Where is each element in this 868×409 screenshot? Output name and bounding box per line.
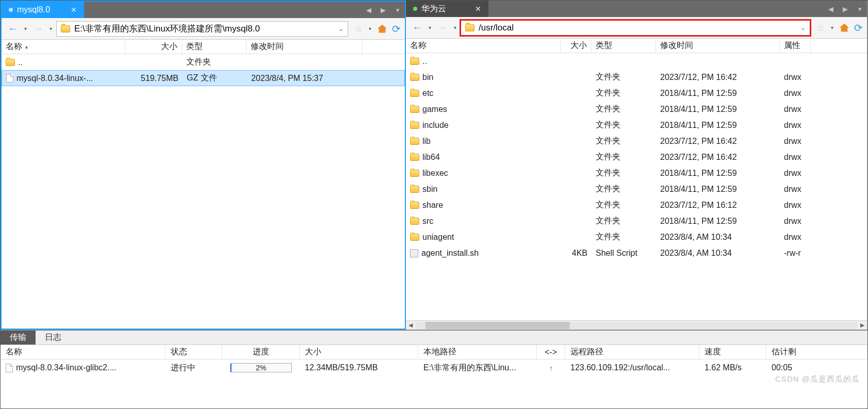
- item-modified: 2023/8/4, AM 10:34: [656, 249, 780, 258]
- remote-path-input[interactable]: [479, 23, 796, 33]
- tab-prev-icon[interactable]: ◀: [824, 5, 838, 13]
- item-name: agent_install.sh: [421, 249, 479, 258]
- back-button[interactable]: ←: [410, 22, 424, 34]
- local-tab[interactable]: mysql8.0 ✕: [2, 2, 84, 18]
- transfer-progress: 2%: [222, 363, 300, 372]
- reload-icon[interactable]: ⟳: [854, 22, 863, 34]
- col-size[interactable]: 大小: [125, 40, 182, 54]
- list-item[interactable]: lib文件夹2023/7/12, PM 16:42drwx: [406, 133, 867, 149]
- tcol-size[interactable]: 大小: [300, 345, 418, 359]
- local-tab-label: mysql8.0: [17, 5, 50, 14]
- col-modified[interactable]: 修改时间: [247, 40, 363, 54]
- list-item[interactable]: agent_install.sh4KBShell Script2023/8/4,…: [406, 245, 867, 261]
- tab-transfer[interactable]: 传输: [1, 331, 36, 345]
- list-item[interactable]: lib64文件夹2023/7/12, PM 16:42drwx: [406, 149, 867, 165]
- transfer-name: mysql-8.0.34-linux-glibc2....: [1, 363, 166, 372]
- list-item[interactable]: include文件夹2018/4/11, PM 12:59drwx: [406, 117, 867, 133]
- upload-direction-icon: ↑: [537, 364, 565, 372]
- reload-icon[interactable]: ⟳: [392, 23, 401, 35]
- col-type[interactable]: 类型: [182, 40, 247, 54]
- tab-log[interactable]: 日志: [36, 331, 71, 345]
- col-size[interactable]: 大小: [561, 39, 592, 53]
- close-icon[interactable]: ✕: [71, 6, 77, 14]
- back-button[interactable]: ←: [6, 23, 20, 35]
- close-icon[interactable]: ✕: [475, 5, 481, 13]
- tcol-eta[interactable]: 估计剩: [766, 345, 867, 359]
- col-modified[interactable]: 修改时间: [656, 39, 780, 53]
- local-file-list[interactable]: ..文件夹mysql-8.0.34-linux-...519.75MBGZ 文件…: [2, 54, 405, 329]
- col-name[interactable]: 名称: [406, 39, 561, 53]
- back-menu-icon[interactable]: ▾: [23, 26, 28, 31]
- bookmark-menu-icon[interactable]: ▾: [368, 26, 372, 31]
- folder-icon: [410, 74, 419, 81]
- list-item[interactable]: games文件夹2018/4/11, PM 12:59drwx: [406, 101, 867, 117]
- bookmark-icon[interactable]: ☆: [816, 22, 825, 34]
- item-modified: 2018/4/11, PM 12:59: [656, 121, 780, 130]
- remote-tab[interactable]: 华为云 ✕: [406, 1, 488, 17]
- forward-menu-icon[interactable]: ▾: [48, 26, 53, 31]
- scroll-track[interactable]: [415, 322, 858, 329]
- home-icon[interactable]: [840, 24, 849, 32]
- tcol-progress[interactable]: 进度: [222, 345, 300, 359]
- item-type: Shell Script: [592, 249, 656, 258]
- local-path-input[interactable]: [74, 24, 334, 34]
- scroll-thumb[interactable]: [425, 322, 570, 329]
- col-attributes[interactable]: 属性: [780, 39, 811, 53]
- scroll-right-icon[interactable]: ▶: [858, 322, 867, 329]
- col-type[interactable]: 类型: [592, 39, 656, 53]
- home-icon[interactable]: [378, 25, 387, 33]
- tcol-speed[interactable]: 速度: [699, 345, 766, 359]
- list-item[interactable]: share文件夹2023/7/12, PM 16:12drwx: [406, 197, 867, 213]
- remote-path-box[interactable]: ⌄: [461, 20, 810, 36]
- tcol-remote[interactable]: 远程路径: [565, 345, 699, 359]
- remote-pane: 华为云 ✕ ◀ ▶ ▾ ←▾ →▾ ⌄ ☆▾ ⟳ 名称 大小 类型 修改时间 属…: [406, 1, 867, 330]
- list-item[interactable]: libexec文件夹2018/4/11, PM 12:59drwx: [406, 165, 867, 181]
- list-item[interactable]: bin文件夹2023/7/12, PM 16:42drwx: [406, 69, 867, 85]
- tab-menu-icon[interactable]: ▾: [853, 5, 867, 13]
- forward-menu-icon[interactable]: ▾: [453, 25, 457, 30]
- remote-file-list[interactable]: ..bin文件夹2023/7/12, PM 16:42drwxetc文件夹201…: [406, 53, 867, 320]
- item-name: games: [422, 105, 447, 114]
- transfer-size: 12.34MB/519.75MB: [300, 363, 418, 372]
- path-dropdown-icon[interactable]: ⌄: [338, 25, 343, 32]
- local-pane: mysql8.0 ✕ ◀ ▶ ▾ ←▾ →▾ ⌄ ☆▾ ⟳ 名称▲ 大小 类型 …: [1, 1, 406, 330]
- item-attr: drwx: [780, 201, 811, 210]
- back-menu-icon[interactable]: ▾: [428, 25, 432, 30]
- item-type: 文件夹: [592, 136, 656, 146]
- progress-bar: 2%: [230, 363, 292, 372]
- scroll-left-icon[interactable]: ◀: [406, 322, 415, 329]
- list-item[interactable]: ..: [406, 53, 867, 69]
- tcol-direction[interactable]: <->: [537, 345, 565, 359]
- list-item[interactable]: sbin文件夹2018/4/11, PM 12:59drwx: [406, 181, 867, 197]
- item-modified: 2023/7/12, PM 16:42: [656, 137, 780, 146]
- list-item[interactable]: src文件夹2018/4/11, PM 12:59drwx: [406, 213, 867, 229]
- item-type: 文件夹: [592, 88, 656, 99]
- item-type: 文件夹: [182, 57, 247, 68]
- col-name[interactable]: 名称▲: [2, 40, 125, 54]
- bookmark-icon[interactable]: ☆: [354, 23, 363, 35]
- folder-icon: [6, 59, 15, 66]
- tab-menu-icon[interactable]: ▾: [390, 6, 405, 14]
- tcol-local[interactable]: 本地路径: [418, 345, 537, 359]
- bookmark-menu-icon[interactable]: ▾: [830, 25, 834, 30]
- tcol-name[interactable]: 名称: [1, 345, 166, 359]
- list-item[interactable]: ..文件夹: [2, 54, 405, 70]
- local-path-box[interactable]: ⌄: [56, 21, 348, 37]
- folder-icon: [410, 170, 419, 177]
- horizontal-scrollbar[interactable]: ◀ ▶: [406, 320, 867, 330]
- tcol-status[interactable]: 状态: [166, 345, 222, 359]
- remote-tab-label: 华为云: [421, 4, 446, 14]
- tab-prev-icon[interactable]: ◀: [362, 6, 376, 14]
- list-item[interactable]: uniagent文件夹2023/8/4, AM 10:34drwx: [406, 229, 867, 245]
- list-item[interactable]: etc文件夹2018/4/11, PM 12:59drwx: [406, 85, 867, 101]
- tab-next-icon[interactable]: ▶: [838, 5, 853, 13]
- tab-status-dot-icon: [9, 8, 13, 12]
- folder-icon: [410, 122, 419, 129]
- item-attr: drwx: [780, 121, 811, 130]
- list-item[interactable]: mysql-8.0.34-linux-...519.75MBGZ 文件2023/…: [2, 70, 405, 86]
- item-type: 文件夹: [592, 120, 656, 130]
- path-dropdown-icon[interactable]: ⌄: [800, 24, 806, 31]
- transfer-row[interactable]: mysql-8.0.34-linux-glibc2.... 进行中 2% 12.…: [1, 359, 867, 376]
- tab-next-icon[interactable]: ▶: [376, 6, 390, 14]
- item-modified: 2023/7/12, PM 16:42: [656, 153, 780, 162]
